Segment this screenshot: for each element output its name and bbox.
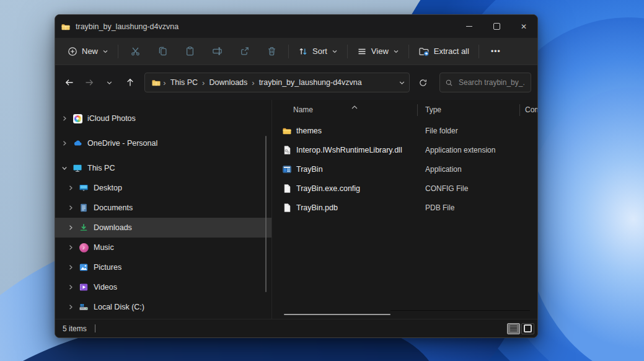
recent-locations-button[interactable] [100,73,119,92]
rename-button[interactable] [203,42,231,61]
breadcrumb-current-folder[interactable]: traybin_by_laushung-d4vzvna [257,78,364,87]
forward-arrow-icon [84,78,94,87]
sidebar-item-label: iCloud Photos [87,114,136,123]
sidebar-item-onedrive[interactable]: OneDrive - Personal [55,133,271,153]
sidebar-item-videos[interactable]: Videos [55,277,271,297]
horizontal-scrollbar-track[interactable] [390,310,530,311]
chevron-right-icon [66,185,75,191]
close-button[interactable]: ✕ [510,15,537,38]
file-row-interop-dll[interactable]: Interop.IWshRuntimeLibrary.dll Applicati… [272,140,537,159]
refresh-icon [418,78,428,87]
extract-all-button[interactable]: Extract all [412,42,475,61]
file-explorer-window: traybin_by_laushung-d4vzvna ✕ New [55,14,538,338]
sidebar-item-this-pc[interactable]: This PC [55,158,271,178]
column-header-name[interactable]: Name [293,105,313,114]
sidebar-item-downloads[interactable]: Downloads [55,218,271,238]
sort-button[interactable]: Sort [292,42,344,61]
sidebar-item-desktop[interactable]: Desktop [55,178,271,198]
new-plus-icon [68,47,77,56]
maximize-button[interactable] [483,15,510,38]
chevron-right-icon [66,244,75,251]
search-input[interactable] [457,78,526,87]
file-name: TrayBin [296,165,323,174]
back-arrow-icon [64,78,74,87]
copy-icon [157,46,168,56]
copy-button[interactable] [149,42,176,61]
status-bar: 5 items [55,319,537,337]
cut-button[interactable] [121,42,149,61]
status-divider [95,324,95,332]
extract-all-icon [418,46,430,57]
chevron-right-icon [66,304,75,310]
paste-button[interactable] [176,42,203,61]
zipped-folder-icon [151,78,161,87]
new-button-label: New [82,47,98,56]
breadcrumb-bar[interactable]: › This PC › Downloads › traybin_by_laush… [144,73,410,92]
rename-icon [212,46,223,56]
sidebar-scrollbar-thumb[interactable] [265,136,267,292]
more-options-button[interactable]: ••• [482,42,509,61]
breadcrumb-separator: › [250,78,256,87]
up-button[interactable] [121,73,139,92]
column-header-compressed[interactable]: Com [525,105,538,114]
folder-icon [282,126,292,136]
file-type: File folder [425,127,458,135]
cut-icon [130,46,141,56]
toolbar-separator [408,45,409,58]
minimize-icon [466,26,472,27]
local-disk-icon [79,302,89,312]
dll-file-icon [282,145,292,155]
back-button[interactable] [60,73,79,92]
sidebar-item-music[interactable]: ♪ Music [55,238,271,257]
sidebar-item-label: Music [94,243,114,252]
minimize-button[interactable] [456,15,483,38]
chevron-down-icon [399,79,405,86]
sidebar-item-label: Local Disk (C:) [94,303,144,311]
sidebar-item-pictures[interactable]: Pictures [55,257,271,277]
file-icon [282,203,292,213]
large-icons-view-icon [524,324,532,332]
onedrive-cloud-icon [73,138,82,148]
file-row-themes[interactable]: themes File folder [272,121,537,140]
column-header-type[interactable]: Type [425,105,441,114]
large-icons-view-button[interactable] [521,323,534,334]
chevron-down-icon [393,48,399,55]
file-row-traybin-config[interactable]: TrayBin.exe.config CONFIG File [272,179,537,198]
file-name: themes [296,127,322,135]
breadcrumb-downloads[interactable]: Downloads [206,78,250,87]
sort-icon [298,47,308,56]
zipped-folder-icon [61,22,71,32]
sidebar-item-documents[interactable]: Documents [55,198,271,218]
sidebar-item-local-disk-c[interactable]: Local Disk (C:) [55,297,271,317]
maximize-icon [493,23,500,30]
chevron-down-icon [102,48,108,55]
sort-button-label: Sort [312,47,327,56]
address-dropdown-button[interactable] [399,79,405,86]
column-divider[interactable] [519,104,520,116]
search-icon [445,79,453,87]
this-pc-monitor-icon [73,163,82,173]
breadcrumb-this-pc[interactable]: This PC [168,78,200,87]
refresh-button[interactable] [413,73,432,92]
view-button-label: View [371,47,389,56]
command-bar: New [55,38,537,65]
file-row-traybin-pdb[interactable]: TrayBin.pdb PDB File [272,198,537,217]
sidebar-item-label: OneDrive - Personal [87,139,157,148]
sidebar-item-icloud-photos[interactable]: iCloud Photos [55,109,271,128]
details-view-button[interactable] [507,323,520,334]
forward-button[interactable] [81,73,99,92]
share-button[interactable] [231,42,258,61]
file-row-traybin-exe[interactable]: TrayBin Application [272,159,537,179]
application-icon [282,164,292,174]
search-box [439,73,531,92]
delete-button[interactable] [258,42,285,61]
column-divider[interactable] [417,104,418,116]
music-icon: ♪ [79,243,89,252]
view-button[interactable]: View [351,42,405,61]
title-bar[interactable]: traybin_by_laushung-d4vzvna ✕ [55,15,537,38]
horizontal-scrollbar-thumb[interactable] [284,314,390,315]
new-button[interactable]: New [61,42,115,61]
sidebar-item-label: This PC [87,164,115,172]
chevron-right-icon [66,284,75,290]
pictures-icon [79,262,89,272]
